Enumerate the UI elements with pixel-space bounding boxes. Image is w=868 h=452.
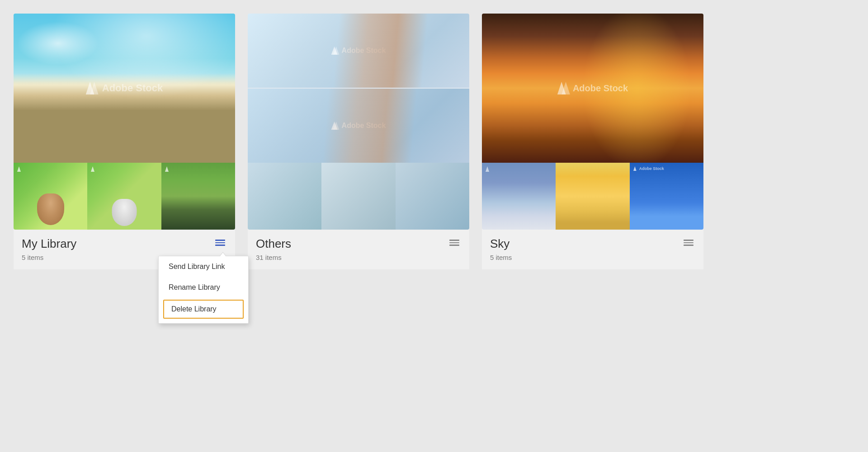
sky-footer: Sky 5 items bbox=[482, 230, 703, 269]
sky-thumb-sunset bbox=[556, 163, 629, 230]
send-library-link-item[interactable]: Send Library Link bbox=[159, 256, 248, 277]
sky-thumb-blue: Adobe Stock bbox=[630, 163, 703, 230]
svg-marker-4 bbox=[165, 166, 169, 172]
sky-count: 5 items bbox=[490, 254, 695, 261]
thumb-mountain bbox=[161, 163, 235, 230]
sky-thumbnails: Adobe Stock bbox=[482, 163, 703, 230]
svg-marker-3 bbox=[91, 166, 94, 172]
others-thumb2 bbox=[321, 163, 395, 230]
my-library-menu-button[interactable] bbox=[213, 238, 227, 248]
others-hero-top: Adobe Stock bbox=[248, 14, 469, 89]
sky-thumb-watermark2: Adobe Stock bbox=[633, 166, 664, 171]
others-menu-button[interactable] bbox=[448, 238, 461, 248]
my-library-context-menu: Send Library Link Rename Library Delete … bbox=[158, 256, 249, 324]
thumb-watermark3 bbox=[165, 166, 170, 172]
sky-hero-image: Adobe Stock bbox=[482, 14, 703, 163]
sky-watermark: Adobe Stock bbox=[557, 82, 628, 94]
others-hero-image: Adobe Stock Adobe Stock bbox=[248, 14, 469, 163]
sky-thumb-watermark1 bbox=[486, 166, 491, 172]
others-watermark-bot: Adobe Stock bbox=[331, 122, 386, 130]
my-library-watermark: Adobe Stock bbox=[86, 82, 163, 94]
others-thumb1 bbox=[248, 163, 321, 230]
svg-marker-11 bbox=[486, 166, 489, 172]
my-library-footer: My Library 5 items Send Library Link Ren… bbox=[14, 230, 235, 269]
svg-marker-12 bbox=[633, 166, 637, 171]
others-library-card: Adobe Stock Adobe Stock bbox=[248, 14, 469, 269]
bottom-row bbox=[0, 283, 868, 355]
my-library-card: Adobe Stock bbox=[14, 14, 235, 269]
sky-library-card: Adobe Stock Ad bbox=[482, 14, 703, 269]
delete-library-item[interactable]: Delete Library bbox=[163, 300, 244, 319]
others-footer: Others 31 items bbox=[248, 230, 469, 269]
others-thumb3 bbox=[396, 163, 469, 230]
svg-marker-2 bbox=[17, 166, 21, 172]
thumb-watermark1 bbox=[17, 166, 23, 172]
others-thumbnails bbox=[248, 163, 469, 230]
sky-title: Sky bbox=[490, 237, 695, 251]
my-library-thumbnails bbox=[14, 163, 235, 230]
my-library-title: My Library bbox=[22, 237, 227, 251]
my-library-hero-image: Adobe Stock bbox=[14, 14, 235, 163]
thumb-dog2 bbox=[87, 163, 161, 230]
others-count: 31 items bbox=[256, 254, 461, 261]
others-title: Others bbox=[256, 237, 461, 251]
svg-marker-7 bbox=[331, 122, 338, 130]
thumb-watermark2 bbox=[91, 166, 96, 172]
others-hero-bot: Adobe Stock bbox=[248, 89, 469, 163]
thumb-dog1 bbox=[14, 163, 87, 230]
rename-library-item[interactable]: Rename Library bbox=[159, 277, 248, 298]
sky-menu-button[interactable] bbox=[682, 238, 695, 248]
sky-thumb-clouds bbox=[482, 163, 556, 230]
others-watermark-top: Adobe Stock bbox=[331, 47, 386, 55]
svg-marker-8 bbox=[333, 122, 340, 130]
